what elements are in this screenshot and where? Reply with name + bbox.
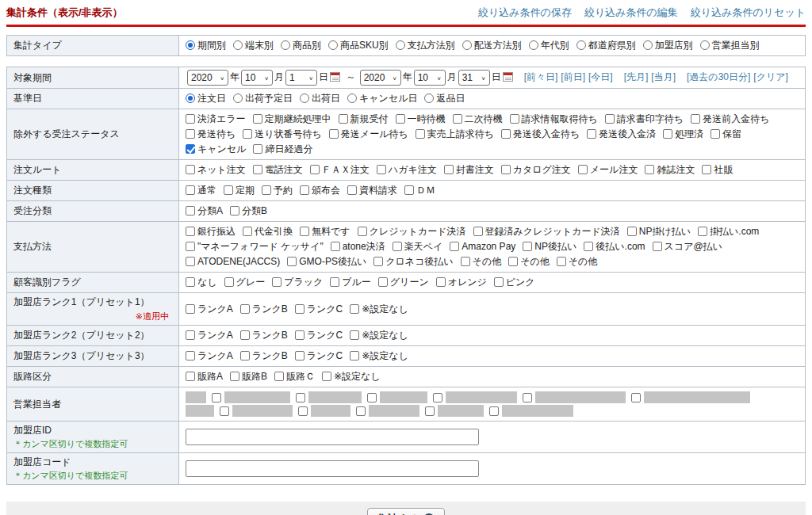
checkbox-option[interactable]: 請求書印字待ち — [605, 112, 684, 127]
checkbox[interactable] — [295, 330, 304, 340]
checkbox-option[interactable]: ランクC — [295, 349, 343, 364]
to-month-select[interactable]: 10∨ — [414, 70, 446, 86]
checkbox-option[interactable]: ネット注文 — [186, 162, 246, 177]
checkbox[interactable] — [330, 277, 339, 287]
checkbox-option[interactable]: 締日経過分 — [253, 142, 312, 157]
radio[interactable] — [396, 40, 405, 50]
checkbox-option[interactable]: "マネーフォワード ケッサイ" — [186, 239, 324, 254]
reset-filter-link[interactable]: 絞り込み条件のリセット — [691, 6, 806, 20]
checkbox-option[interactable]: 発送後入金待ち — [501, 127, 580, 142]
checkbox-option[interactable]: NP掛け払い — [627, 224, 691, 239]
radio-option[interactable]: 商品別 — [281, 38, 321, 53]
checkbox[interactable] — [298, 406, 308, 416]
checkbox[interactable] — [300, 185, 309, 195]
checkbox-option[interactable]: 電話注文 — [253, 162, 303, 177]
checkbox-option[interactable]: スコア@払い — [653, 239, 722, 254]
radio[interactable] — [643, 40, 653, 50]
checkbox-option[interactable]: Amazon Pay — [450, 239, 515, 254]
checkbox-option[interactable]: 予約 — [262, 183, 293, 198]
checkbox[interactable] — [710, 129, 720, 139]
checkbox-option[interactable]: GMO-PS後払い — [287, 254, 366, 269]
checkbox[interactable] — [186, 185, 195, 195]
checkbox-option[interactable]: ブルー — [330, 275, 371, 290]
checkbox-option[interactable]: 発送メール待ち — [329, 127, 408, 142]
checkbox-option[interactable]: 雑誌注文 — [645, 162, 695, 177]
checkbox-option[interactable]: 処理済 — [663, 127, 703, 142]
checkbox-option[interactable]: 保留 — [710, 127, 741, 142]
radio[interactable] — [300, 93, 309, 103]
checkbox[interactable] — [523, 393, 532, 402]
from-month-select[interactable]: 10∨ — [241, 70, 273, 86]
checkbox-option[interactable]: 定期 — [224, 183, 255, 198]
checkbox-option[interactable]: 分類A — [186, 204, 223, 219]
radio-option[interactable]: 年代別 — [529, 38, 569, 53]
checkbox[interactable] — [416, 129, 425, 139]
checkbox[interactable] — [243, 129, 252, 139]
radio-option[interactable]: 端末別 — [233, 38, 274, 53]
checkbox-option[interactable]: NP後払い — [523, 239, 576, 254]
merchant-code-input[interactable] — [186, 460, 479, 477]
checkbox-option[interactable]: ＦＡＸ注文 — [310, 162, 370, 177]
checkbox-option[interactable]: メール注文 — [578, 162, 638, 177]
checkbox[interactable] — [501, 165, 511, 174]
checkbox[interactable] — [587, 129, 596, 139]
checkbox-option[interactable]: 楽天ペイ — [393, 239, 443, 254]
checkbox[interactable] — [698, 227, 707, 236]
checkbox-option[interactable]: その他 — [461, 254, 502, 269]
checkbox-option[interactable]: ランクB — [240, 349, 288, 364]
quick-link[interactable]: [過去の30日分] — [687, 71, 750, 82]
radio[interactable] — [233, 93, 243, 103]
calendar-icon[interactable] — [503, 72, 513, 82]
checkbox[interactable] — [433, 393, 442, 402]
checkbox[interactable] — [224, 185, 233, 195]
checkbox-option[interactable]: ハガキ注文 — [377, 162, 437, 177]
checkbox[interactable] — [253, 114, 262, 124]
checkbox[interactable] — [489, 406, 499, 416]
checkbox-option[interactable]: ランクC — [295, 328, 343, 343]
radio-option[interactable]: 出荷日 — [300, 91, 340, 106]
checkbox[interactable] — [393, 242, 402, 251]
checkbox-option[interactable]: 送り状番号待ち — [243, 127, 322, 142]
checkbox-option[interactable]: グレー — [224, 275, 266, 290]
checkbox[interactable] — [557, 257, 566, 266]
checkbox[interactable] — [272, 277, 282, 287]
checkbox[interactable] — [453, 114, 462, 124]
checkbox[interactable] — [356, 406, 366, 416]
edit-filter-link[interactable]: 絞り込み条件の編集 — [584, 6, 678, 20]
radio-option[interactable]: 加盟店別 — [643, 38, 693, 53]
checkbox-option[interactable]: 発送前入金待ち — [691, 112, 769, 127]
checkbox-option[interactable]: 銀行振込 — [186, 224, 236, 239]
checkbox-option[interactable]: 販路Ｃ — [274, 369, 315, 384]
checkbox[interactable] — [329, 129, 339, 139]
checkbox-option[interactable]: ※設定なし — [350, 302, 408, 317]
checkbox[interactable] — [377, 165, 386, 174]
checkbox[interactable] — [212, 393, 221, 402]
checkbox[interactable] — [240, 330, 250, 340]
checkbox[interactable] — [347, 185, 357, 195]
checkbox[interactable] — [450, 242, 459, 251]
checkbox-option[interactable]: ブラック — [272, 275, 323, 290]
checkbox-option[interactable]: 登録済みクレジットカード決済 — [473, 224, 620, 239]
checkbox-option[interactable]: 販路A — [186, 369, 223, 384]
checkbox-option[interactable]: ※設定なし — [350, 349, 408, 364]
checkbox-option[interactable]: 後払い.com — [584, 239, 645, 254]
checkbox[interactable] — [339, 114, 348, 124]
checkbox[interactable] — [186, 114, 195, 124]
checkbox[interactable] — [367, 393, 377, 402]
checkbox-option[interactable]: その他 — [557, 254, 598, 269]
checkbox[interactable] — [186, 304, 195, 314]
checkbox[interactable] — [350, 330, 359, 340]
checkbox[interactable] — [373, 257, 383, 266]
checkbox[interactable] — [605, 114, 615, 124]
checkbox[interactable] — [523, 242, 532, 251]
checkbox[interactable] — [663, 129, 672, 139]
checkbox-option[interactable]: グリーン — [378, 275, 429, 290]
radio[interactable] — [529, 40, 538, 50]
checkbox[interactable] — [584, 242, 593, 251]
checkbox[interactable] — [702, 165, 711, 174]
radio[interactable] — [328, 40, 338, 50]
checkbox-option[interactable]: 定期継続処理中 — [253, 112, 331, 127]
checkbox-option[interactable]: 一時待機 — [396, 112, 446, 127]
radio-option[interactable]: 出荷予定日 — [233, 91, 293, 106]
checkbox[interactable] — [287, 257, 297, 266]
